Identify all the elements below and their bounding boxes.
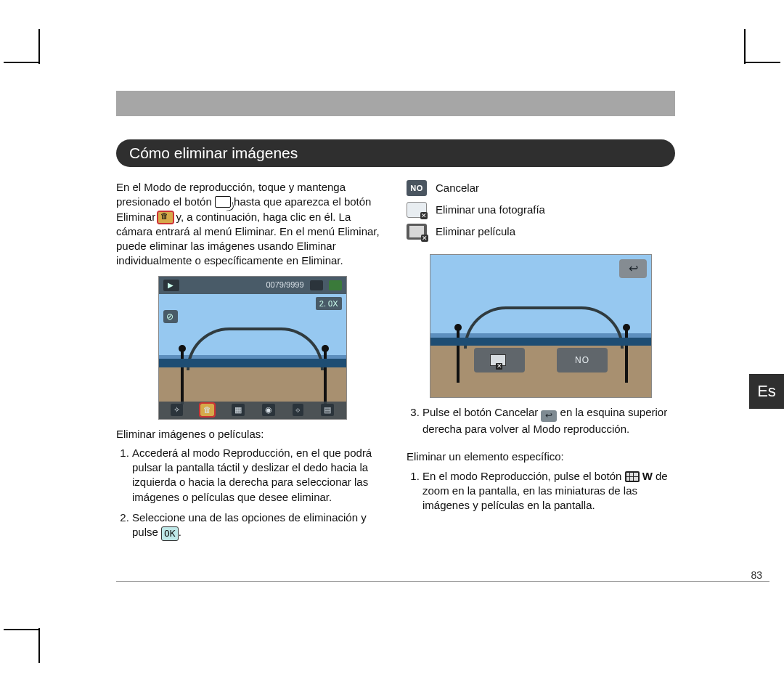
option-label: Eliminar una fotografía — [436, 203, 545, 217]
option-row: NO Cancelar — [407, 180, 675, 196]
lamp-post — [457, 329, 460, 383]
page-number: 83 — [751, 569, 762, 581]
toolbar-item: ✧ — [171, 404, 183, 416]
option-label: Eliminar película — [436, 224, 515, 239]
toolbar-item: ⟐ — [293, 404, 303, 416]
list-item: Pulse el botón Cancelar ↩ en la esquina … — [422, 405, 675, 436]
camera-screenshot-confirm: ↩ NO — [430, 254, 652, 398]
crop-mark — [4, 629, 38, 630]
protect-icon — [163, 310, 178, 323]
subheading: Eliminar un elemento específico: — [407, 449, 675, 464]
back-button-icon: ↩ — [619, 259, 647, 278]
toolbar-item: ▦ — [232, 404, 245, 416]
option-label: Cancelar — [436, 181, 479, 195]
no-icon: NO — [407, 180, 427, 196]
trash-icon — [158, 212, 173, 223]
section-title: Cómo eliminar imágenes — [129, 144, 298, 162]
image-counter: 0079/9999 — [266, 280, 304, 290]
section-title-pill: Cómo eliminar imágenes — [116, 139, 675, 167]
zoom-w-icon: W — [642, 469, 653, 484]
text: En el modo Reproducción, pulse el botón — [422, 470, 625, 482]
right-column: NO Cancelar Eliminar una fotografía Elim… — [407, 180, 675, 518]
delete-photo-icon — [407, 202, 427, 218]
lcd-bottom-toolbar: ✧ 🗑 ▦ ◉ ⟐ ▤ — [159, 402, 346, 419]
intro-paragraph: En el Modo de reproducción, toque y mant… — [116, 180, 388, 269]
card-icon — [310, 280, 323, 290]
crop-mark — [4, 62, 38, 63]
option-row: Eliminar película — [407, 224, 675, 240]
toolbar-item: ▤ — [321, 404, 334, 416]
battery-icon — [329, 280, 342, 290]
left-column: En el Modo de reproducción, toque y mant… — [116, 180, 388, 547]
option-row: Eliminar una fotografía — [407, 202, 675, 218]
header-band — [116, 91, 675, 116]
ok-button-icon: OK — [161, 526, 179, 541]
crop-mark — [38, 628, 40, 663]
zoom-badge: 2. 0X — [316, 297, 342, 311]
list-item: Accederá al modo Reproducción, en el que… — [132, 446, 388, 505]
back-icon: ↩ — [541, 410, 557, 422]
steps-list-continued: Pulse el botón Cancelar ↩ en la esquina … — [407, 405, 675, 436]
crop-mark — [746, 62, 780, 63]
crop-mark — [744, 29, 746, 64]
lamp-post — [324, 350, 327, 404]
lcd-top-bar: 0079/9999 — [159, 277, 346, 294]
list-item: Seleccione una de las opciones de elimin… — [132, 510, 388, 541]
list-item: En el modo Reproducción, pulse el botón … — [422, 469, 675, 513]
toolbar-item: ◉ — [262, 404, 275, 416]
thumbnail-grid-icon — [625, 471, 640, 482]
delete-movie-icon — [407, 224, 427, 240]
text: Pulse el botón Cancelar — [422, 406, 541, 418]
toolbar-item-delete: 🗑 — [200, 404, 214, 416]
crop-mark — [38, 29, 40, 64]
camera-screenshot-playback: 0079/9999 2. 0X ✧ 🗑 ▦ ◉ ⟐ ▤ — [158, 276, 347, 420]
dialog-no-button: NO — [557, 348, 608, 373]
lamp-post — [625, 329, 628, 383]
touch-icon — [215, 196, 231, 208]
play-mode-icon — [163, 280, 179, 291]
text: . — [179, 526, 181, 538]
footer-rule — [116, 581, 769, 582]
subheading: Eliminar imágenes o películas: — [116, 427, 388, 441]
lamp-post — [181, 350, 184, 404]
delete-options-legend: NO Cancelar Eliminar una fotografía Elim… — [407, 180, 675, 240]
steps-list: Accederá al modo Reproducción, en el que… — [116, 446, 388, 541]
language-tab: Es — [749, 374, 784, 409]
steps-list-2: En el modo Reproducción, pulse el botón … — [407, 469, 675, 513]
dialog-delete-button — [474, 348, 525, 373]
